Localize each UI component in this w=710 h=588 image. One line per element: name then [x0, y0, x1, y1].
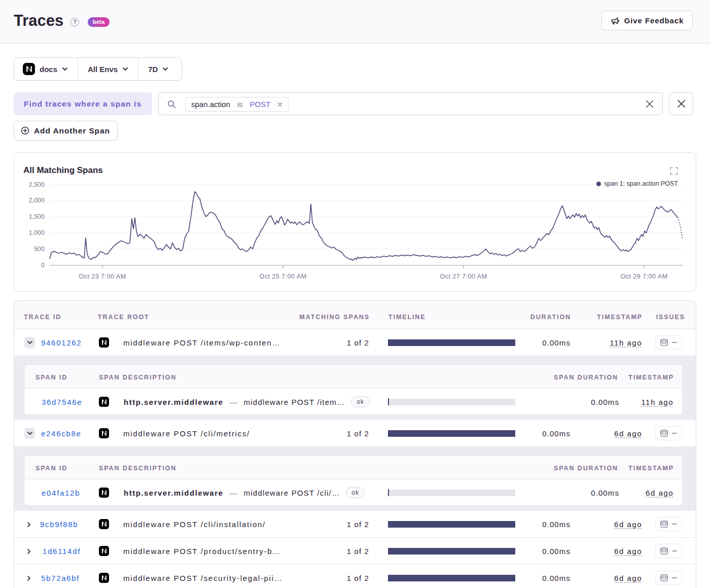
- svg-text:2,500: 2,500: [29, 181, 45, 188]
- svg-text:1,000: 1,000: [29, 229, 45, 236]
- svg-text:Oct 29 7:00 AM: Oct 29 7:00 AM: [620, 273, 667, 280]
- svg-text:2,000: 2,000: [29, 197, 45, 204]
- svg-text:Oct 27 7:00 AM: Oct 27 7:00 AM: [440, 273, 487, 280]
- svg-text:1,500: 1,500: [29, 213, 45, 220]
- svg-text:Oct 23 7:00 AM: Oct 23 7:00 AM: [79, 273, 126, 280]
- svg-text:0: 0: [41, 262, 45, 269]
- svg-text:Oct 25 7:00 AM: Oct 25 7:00 AM: [259, 273, 306, 280]
- svg-text:500: 500: [34, 246, 45, 253]
